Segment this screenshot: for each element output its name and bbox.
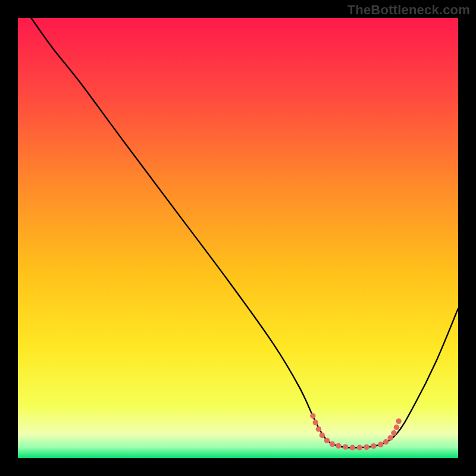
dot — [357, 445, 362, 450]
dot — [378, 441, 383, 447]
dot — [343, 444, 348, 449]
dot — [391, 430, 396, 436]
chart-container: { "watermark": "TheBottleneck.com", "cha… — [0, 0, 476, 476]
dot — [383, 439, 389, 444]
dot — [330, 441, 335, 447]
dot — [316, 426, 321, 431]
dot — [371, 443, 376, 449]
plot-background — [18, 18, 458, 458]
dot — [394, 425, 399, 430]
dot — [396, 418, 401, 424]
dot — [336, 443, 341, 449]
dot — [350, 445, 355, 450]
chart-svg — [0, 0, 476, 476]
dot — [313, 419, 318, 425]
watermark-text: TheBottleneck.com — [347, 2, 470, 18]
dot — [387, 435, 393, 440]
dot — [320, 433, 325, 438]
dot — [364, 444, 369, 450]
dot — [310, 413, 315, 418]
dot — [324, 438, 330, 443]
